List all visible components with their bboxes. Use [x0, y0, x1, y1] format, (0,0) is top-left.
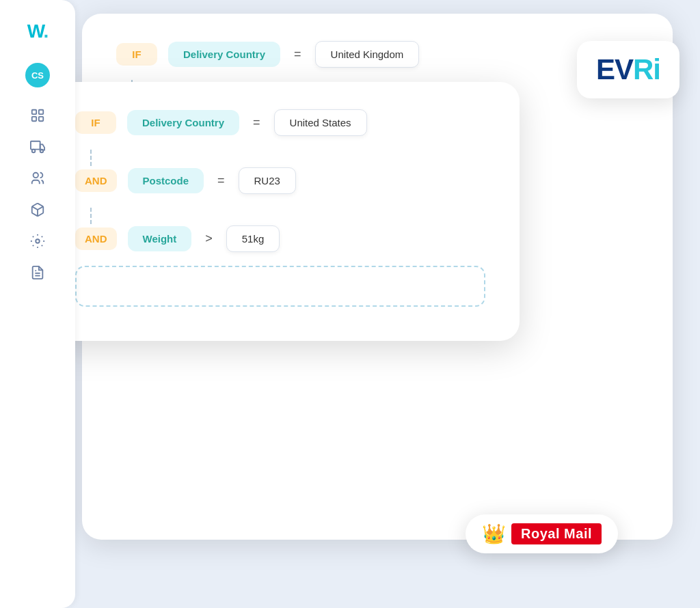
front-operator-3: > — [202, 232, 215, 246]
front-rule-weight-row: AND Weight > 51kg — [75, 225, 485, 252]
front-card: IF Delivery Country = United States AND … — [41, 82, 520, 341]
nav-delivery-icon[interactable] — [29, 138, 46, 156]
nav-dashboard-icon[interactable] — [29, 107, 46, 124]
svg-rect-1 — [39, 110, 43, 114]
front-operator-2: = — [215, 174, 228, 188]
front-value-2[interactable]: RU23 — [239, 167, 296, 194]
evri-ev: EV — [596, 53, 633, 85]
svg-rect-3 — [39, 117, 43, 121]
back-if-badge: IF — [116, 43, 157, 66]
front-if-badge: IF — [75, 111, 116, 134]
svg-point-5 — [32, 150, 36, 153]
svg-rect-0 — [32, 110, 36, 114]
back-operator-1: = — [291, 47, 304, 61]
svg-point-9 — [36, 239, 40, 243]
evri-logo-card: EVRi — [577, 41, 679, 98]
logo: W. — [27, 20, 49, 42]
svg-point-7 — [33, 173, 38, 178]
front-and-badge-1: AND — [75, 169, 117, 192]
royal-mail-text: Royal Mail — [511, 523, 602, 544]
back-value-1[interactable]: United Kingdom — [315, 41, 420, 68]
svg-rect-4 — [31, 141, 40, 150]
back-delivery-country-field[interactable]: Delivery Country — [168, 42, 280, 67]
nav-icons — [29, 107, 46, 281]
avatar: CS — [25, 63, 50, 87]
front-value-1[interactable]: United States — [274, 109, 367, 136]
sidebar: W. CS — [0, 0, 75, 608]
front-delivery-country-field[interactable]: Delivery Country — [127, 110, 239, 135]
nav-users-icon[interactable] — [29, 169, 46, 187]
back-rule-if-row: IF Delivery Country = United Kingdom — [116, 41, 638, 68]
front-and-badge-2: AND — [75, 227, 117, 250]
front-connector-2 — [90, 208, 92, 224]
front-dashed-add-area[interactable] — [75, 266, 485, 307]
svg-point-6 — [40, 150, 44, 153]
nav-reports-icon[interactable] — [29, 264, 46, 281]
front-rule-postcode-row: AND Postcode = RU23 — [75, 167, 485, 194]
royal-mail-logo-card: 👑 Royal Mail — [466, 514, 618, 553]
evri-ri: Ri — [633, 53, 660, 85]
svg-rect-2 — [32, 117, 36, 121]
evri-text: EVRi — [596, 53, 660, 86]
crown-icon: 👑 — [482, 523, 506, 545]
nav-settings-icon[interactable] — [29, 232, 46, 250]
front-rule-if-row: IF Delivery Country = United States — [75, 109, 485, 136]
front-value-3[interactable]: 51kg — [226, 225, 280, 252]
front-connector-1 — [90, 150, 92, 166]
nav-packages-icon[interactable] — [29, 201, 46, 219]
front-weight-field[interactable]: Weight — [128, 226, 192, 251]
front-operator-1: = — [250, 115, 263, 130]
front-postcode-field[interactable]: Postcode — [128, 168, 204, 193]
